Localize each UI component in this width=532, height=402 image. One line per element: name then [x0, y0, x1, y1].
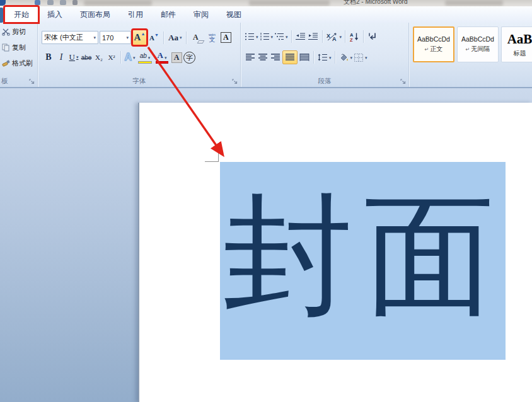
clipboard-dialog-launcher-icon[interactable]: [28, 78, 35, 85]
cut-button[interactable]: 剪切: [2, 26, 33, 37]
phonetic-guide-button[interactable]: wén 文: [205, 31, 219, 45]
ribbon: 剪切 复制 格式刷 板 宋体 (中文正 ▾: [0, 23, 532, 88]
underline-glyph: U: [69, 52, 75, 62]
increase-indent-icon: [308, 32, 318, 41]
shrink-font-button[interactable]: A ▼: [148, 31, 160, 45]
document-page[interactable]: 封面: [138, 103, 532, 402]
font-name-combobox[interactable]: 宋体 (中文正 ▾: [42, 31, 98, 44]
shading-button[interactable]: ▾: [338, 50, 353, 64]
style-card-no-spacing[interactable]: AaBbCcDd ↵无间隔: [457, 26, 499, 62]
text-highlight-button[interactable]: ab ▾: [137, 51, 153, 64]
increase-indent-button[interactable]: [308, 30, 319, 43]
asian-layout-icon: XA: [326, 32, 338, 42]
borders-button[interactable]: ▾: [354, 50, 367, 64]
undo-icon[interactable]: [47, 0, 54, 5]
change-case-glyph: Aa: [168, 33, 178, 43]
multilevel-list-button[interactable]: ▾: [274, 30, 288, 43]
subscript-button[interactable]: X₂: [93, 50, 105, 64]
chevron-down-icon: ▾: [133, 55, 136, 60]
copy-button[interactable]: 复制: [2, 42, 33, 53]
redo-icon[interactable]: [60, 0, 66, 5]
decrease-indent-button[interactable]: [295, 30, 306, 43]
underline-button[interactable]: U▾: [68, 50, 79, 64]
font-name-value: 宋体 (中文正: [44, 33, 83, 42]
font-dialog-launcher-icon[interactable]: [231, 78, 238, 85]
numbering-button[interactable]: ▾: [260, 30, 274, 43]
strikethrough-glyph: abe: [81, 54, 92, 61]
tab-view[interactable]: 视图: [217, 6, 250, 23]
tab-page-layout-label: 页面布局: [80, 9, 110, 20]
style-card-normal[interactable]: AaBbCcDd ↵正文: [413, 26, 454, 62]
superscript-button[interactable]: X²: [106, 50, 117, 64]
character-border-glyph: A: [221, 32, 231, 43]
character-shading-button[interactable]: A: [171, 50, 182, 64]
character-border-button[interactable]: A: [220, 31, 231, 45]
paint-bucket-icon: [338, 53, 349, 62]
group-paragraph: ▾ ▾ ▾ XA: [241, 23, 409, 87]
selected-text[interactable]: 封面: [223, 162, 506, 360]
save-icon[interactable]: [35, 0, 40, 5]
group-styles: AaBbCcDd ↵正文 AaBbCcDd ↵无间隔 AaB 标题: [409, 23, 532, 87]
justify-button[interactable]: [282, 50, 298, 64]
borders-grid-icon: [354, 53, 364, 62]
superscript-glyph: X²: [108, 54, 115, 61]
show-hide-marks-button[interactable]: [367, 30, 378, 43]
italic-button[interactable]: I: [55, 50, 67, 64]
chevron-down-icon: ▾: [329, 55, 332, 60]
text-selection[interactable]: 封面: [220, 162, 506, 360]
text-effects-button[interactable]: A ▾: [124, 50, 136, 64]
font-size-combobox[interactable]: 170 ▾: [100, 31, 131, 44]
grow-font-button[interactable]: A ▲: [132, 30, 147, 45]
margin-corner-mark: [205, 161, 219, 162]
tab-mailings[interactable]: 邮件: [152, 6, 185, 23]
change-case-button[interactable]: Aa ▾: [167, 31, 183, 45]
asian-layout-button[interactable]: XA ▾: [326, 30, 342, 43]
style-card-heading[interactable]: AaB 标题: [501, 26, 532, 62]
font-color-button[interactable]: A ▾: [154, 51, 170, 64]
bold-button[interactable]: B: [43, 50, 54, 64]
tab-references-label: 引用: [128, 9, 143, 20]
blurred-region: [249, 0, 330, 6]
justify-icon: [285, 53, 295, 62]
distribute-button[interactable]: [299, 50, 310, 64]
style-sample: AaBbCcDd: [461, 35, 494, 43]
scissors-icon: [2, 28, 10, 36]
font-color-glyph: A: [158, 50, 163, 60]
clear-formatting-button[interactable]: A: [190, 31, 204, 45]
highlight-glyph: ab: [140, 52, 147, 59]
tab-insert[interactable]: 插入: [38, 6, 71, 23]
triangle-up-icon: ▲: [141, 32, 145, 36]
tab-home[interactable]: 开始: [4, 6, 38, 23]
multilevel-list-icon: [274, 32, 284, 41]
chevron-down-icon: ▾: [180, 35, 182, 40]
enclose-characters-button[interactable]: 字: [183, 50, 195, 64]
tab-references[interactable]: 引用: [119, 6, 152, 23]
clipboard-group-label: 板: [1, 77, 8, 86]
line-spacing-button[interactable]: ▾: [317, 50, 332, 64]
asian-layout-x: X: [327, 33, 330, 39]
tab-page-layout[interactable]: 页面布局: [71, 6, 119, 23]
align-left-button[interactable]: [245, 50, 256, 64]
strikethrough-button[interactable]: abe: [81, 50, 92, 64]
chevron-down-icon: ▾: [256, 35, 258, 39]
format-painter-button[interactable]: 格式刷: [2, 58, 33, 69]
sort-button[interactable]: AZ: [349, 30, 360, 43]
chevron-down-icon: ▾: [350, 55, 353, 60]
font-size-value: 170: [102, 34, 113, 42]
text-effects-glyph: A: [124, 52, 132, 63]
eraser-icon: [197, 40, 205, 43]
chevron-down-icon: ▾: [165, 55, 167, 60]
tab-review[interactable]: 审阅: [185, 6, 217, 23]
align-left-icon: [245, 53, 255, 62]
copy-icon: [2, 43, 10, 52]
align-right-button[interactable]: [270, 50, 281, 64]
qat-more-icon[interactable]: [72, 0, 78, 5]
align-center-icon: [258, 53, 268, 62]
paragraph-dialog-launcher-icon[interactable]: [400, 78, 407, 85]
bullets-button[interactable]: ▾: [245, 30, 258, 43]
copy-label: 复制: [12, 43, 26, 52]
paragraph-marker-icon: ↵: [425, 47, 429, 52]
enclose-characters-glyph: 字: [183, 52, 195, 64]
tab-review-label: 审阅: [194, 9, 209, 20]
align-center-button[interactable]: [257, 50, 269, 64]
